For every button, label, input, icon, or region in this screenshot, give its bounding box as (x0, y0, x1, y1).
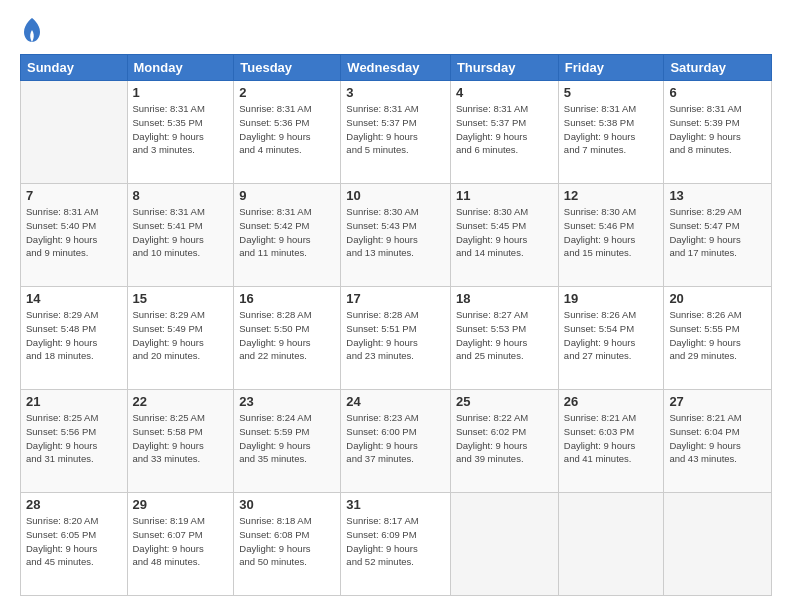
day-info: Sunrise: 8:19 AMSunset: 6:07 PMDaylight:… (133, 514, 229, 569)
day-cell: 19Sunrise: 8:26 AMSunset: 5:54 PMDayligh… (558, 287, 664, 390)
day-info: Sunrise: 8:31 AMSunset: 5:41 PMDaylight:… (133, 205, 229, 260)
day-cell: 12Sunrise: 8:30 AMSunset: 5:46 PMDayligh… (558, 184, 664, 287)
day-info: Sunrise: 8:26 AMSunset: 5:55 PMDaylight:… (669, 308, 766, 363)
day-info: Sunrise: 8:29 AMSunset: 5:48 PMDaylight:… (26, 308, 122, 363)
weekday-thursday: Thursday (450, 55, 558, 81)
day-info: Sunrise: 8:25 AMSunset: 5:58 PMDaylight:… (133, 411, 229, 466)
day-info: Sunrise: 8:25 AMSunset: 5:56 PMDaylight:… (26, 411, 122, 466)
day-cell: 8Sunrise: 8:31 AMSunset: 5:41 PMDaylight… (127, 184, 234, 287)
day-number: 21 (26, 394, 122, 409)
day-info: Sunrise: 8:31 AMSunset: 5:37 PMDaylight:… (346, 102, 445, 157)
day-info: Sunrise: 8:30 AMSunset: 5:43 PMDaylight:… (346, 205, 445, 260)
day-cell: 6Sunrise: 8:31 AMSunset: 5:39 PMDaylight… (664, 81, 772, 184)
day-info: Sunrise: 8:27 AMSunset: 5:53 PMDaylight:… (456, 308, 553, 363)
day-info: Sunrise: 8:31 AMSunset: 5:37 PMDaylight:… (456, 102, 553, 157)
day-number: 25 (456, 394, 553, 409)
day-cell: 17Sunrise: 8:28 AMSunset: 5:51 PMDayligh… (341, 287, 451, 390)
day-cell: 9Sunrise: 8:31 AMSunset: 5:42 PMDaylight… (234, 184, 341, 287)
weekday-monday: Monday (127, 55, 234, 81)
day-number: 8 (133, 188, 229, 203)
day-number: 2 (239, 85, 335, 100)
calendar-table: SundayMondayTuesdayWednesdayThursdayFrid… (20, 54, 772, 596)
day-cell: 15Sunrise: 8:29 AMSunset: 5:49 PMDayligh… (127, 287, 234, 390)
weekday-tuesday: Tuesday (234, 55, 341, 81)
day-number: 20 (669, 291, 766, 306)
day-cell: 4Sunrise: 8:31 AMSunset: 5:37 PMDaylight… (450, 81, 558, 184)
day-cell: 20Sunrise: 8:26 AMSunset: 5:55 PMDayligh… (664, 287, 772, 390)
day-info: Sunrise: 8:31 AMSunset: 5:36 PMDaylight:… (239, 102, 335, 157)
day-cell: 28Sunrise: 8:20 AMSunset: 6:05 PMDayligh… (21, 493, 128, 596)
day-info: Sunrise: 8:30 AMSunset: 5:46 PMDaylight:… (564, 205, 659, 260)
day-info: Sunrise: 8:31 AMSunset: 5:40 PMDaylight:… (26, 205, 122, 260)
weekday-saturday: Saturday (664, 55, 772, 81)
day-info: Sunrise: 8:20 AMSunset: 6:05 PMDaylight:… (26, 514, 122, 569)
day-cell: 1Sunrise: 8:31 AMSunset: 5:35 PMDaylight… (127, 81, 234, 184)
week-row-4: 21Sunrise: 8:25 AMSunset: 5:56 PMDayligh… (21, 390, 772, 493)
day-cell (664, 493, 772, 596)
day-number: 15 (133, 291, 229, 306)
day-cell: 27Sunrise: 8:21 AMSunset: 6:04 PMDayligh… (664, 390, 772, 493)
day-info: Sunrise: 8:23 AMSunset: 6:00 PMDaylight:… (346, 411, 445, 466)
day-info: Sunrise: 8:31 AMSunset: 5:42 PMDaylight:… (239, 205, 335, 260)
weekday-sunday: Sunday (21, 55, 128, 81)
day-cell (558, 493, 664, 596)
day-number: 17 (346, 291, 445, 306)
day-info: Sunrise: 8:21 AMSunset: 6:03 PMDaylight:… (564, 411, 659, 466)
day-cell: 5Sunrise: 8:31 AMSunset: 5:38 PMDaylight… (558, 81, 664, 184)
week-row-3: 14Sunrise: 8:29 AMSunset: 5:48 PMDayligh… (21, 287, 772, 390)
day-info: Sunrise: 8:29 AMSunset: 5:47 PMDaylight:… (669, 205, 766, 260)
day-cell: 22Sunrise: 8:25 AMSunset: 5:58 PMDayligh… (127, 390, 234, 493)
day-number: 12 (564, 188, 659, 203)
day-cell: 10Sunrise: 8:30 AMSunset: 5:43 PMDayligh… (341, 184, 451, 287)
day-info: Sunrise: 8:29 AMSunset: 5:49 PMDaylight:… (133, 308, 229, 363)
day-cell: 16Sunrise: 8:28 AMSunset: 5:50 PMDayligh… (234, 287, 341, 390)
day-number: 29 (133, 497, 229, 512)
day-info: Sunrise: 8:26 AMSunset: 5:54 PMDaylight:… (564, 308, 659, 363)
day-number: 24 (346, 394, 445, 409)
day-info: Sunrise: 8:18 AMSunset: 6:08 PMDaylight:… (239, 514, 335, 569)
week-row-5: 28Sunrise: 8:20 AMSunset: 6:05 PMDayligh… (21, 493, 772, 596)
page: SundayMondayTuesdayWednesdayThursdayFrid… (0, 0, 792, 612)
day-cell: 25Sunrise: 8:22 AMSunset: 6:02 PMDayligh… (450, 390, 558, 493)
day-number: 18 (456, 291, 553, 306)
day-info: Sunrise: 8:28 AMSunset: 5:50 PMDaylight:… (239, 308, 335, 363)
day-number: 26 (564, 394, 659, 409)
day-number: 22 (133, 394, 229, 409)
day-number: 14 (26, 291, 122, 306)
weekday-header-row: SundayMondayTuesdayWednesdayThursdayFrid… (21, 55, 772, 81)
day-cell: 26Sunrise: 8:21 AMSunset: 6:03 PMDayligh… (558, 390, 664, 493)
day-number: 9 (239, 188, 335, 203)
day-number: 31 (346, 497, 445, 512)
week-row-2: 7Sunrise: 8:31 AMSunset: 5:40 PMDaylight… (21, 184, 772, 287)
logo (20, 16, 42, 44)
day-cell: 2Sunrise: 8:31 AMSunset: 5:36 PMDaylight… (234, 81, 341, 184)
day-number: 6 (669, 85, 766, 100)
day-cell: 29Sunrise: 8:19 AMSunset: 6:07 PMDayligh… (127, 493, 234, 596)
week-row-1: 1Sunrise: 8:31 AMSunset: 5:35 PMDaylight… (21, 81, 772, 184)
day-info: Sunrise: 8:24 AMSunset: 5:59 PMDaylight:… (239, 411, 335, 466)
day-cell: 14Sunrise: 8:29 AMSunset: 5:48 PMDayligh… (21, 287, 128, 390)
day-number: 1 (133, 85, 229, 100)
day-info: Sunrise: 8:31 AMSunset: 5:35 PMDaylight:… (133, 102, 229, 157)
day-number: 28 (26, 497, 122, 512)
day-cell: 21Sunrise: 8:25 AMSunset: 5:56 PMDayligh… (21, 390, 128, 493)
day-cell: 11Sunrise: 8:30 AMSunset: 5:45 PMDayligh… (450, 184, 558, 287)
day-cell: 7Sunrise: 8:31 AMSunset: 5:40 PMDaylight… (21, 184, 128, 287)
day-info: Sunrise: 8:31 AMSunset: 5:38 PMDaylight:… (564, 102, 659, 157)
weekday-wednesday: Wednesday (341, 55, 451, 81)
day-number: 27 (669, 394, 766, 409)
day-number: 11 (456, 188, 553, 203)
day-number: 30 (239, 497, 335, 512)
day-info: Sunrise: 8:31 AMSunset: 5:39 PMDaylight:… (669, 102, 766, 157)
day-number: 23 (239, 394, 335, 409)
day-info: Sunrise: 8:30 AMSunset: 5:45 PMDaylight:… (456, 205, 553, 260)
day-number: 16 (239, 291, 335, 306)
day-cell: 13Sunrise: 8:29 AMSunset: 5:47 PMDayligh… (664, 184, 772, 287)
day-info: Sunrise: 8:28 AMSunset: 5:51 PMDaylight:… (346, 308, 445, 363)
day-number: 19 (564, 291, 659, 306)
day-cell (450, 493, 558, 596)
day-info: Sunrise: 8:21 AMSunset: 6:04 PMDaylight:… (669, 411, 766, 466)
day-cell: 31Sunrise: 8:17 AMSunset: 6:09 PMDayligh… (341, 493, 451, 596)
day-info: Sunrise: 8:22 AMSunset: 6:02 PMDaylight:… (456, 411, 553, 466)
day-number: 13 (669, 188, 766, 203)
